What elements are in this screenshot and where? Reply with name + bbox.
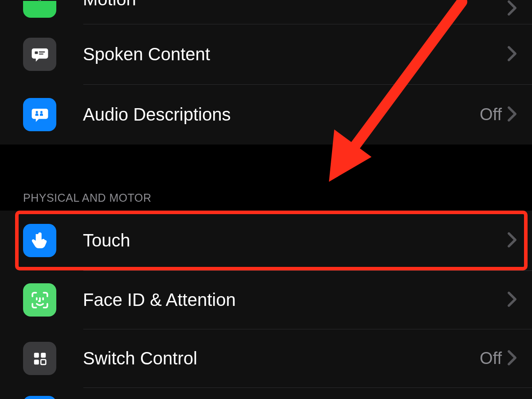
- svg-rect-12: [41, 360, 46, 364]
- svg-point-5: [35, 111, 38, 113]
- settings-label: Switch Control: [83, 348, 480, 368]
- svg-rect-9: [34, 352, 39, 357]
- settings-row-spoken-content[interactable]: Spoken Content: [0, 24, 532, 84]
- chevron-right-icon: [507, 350, 517, 368]
- settings-label: Touch: [83, 231, 507, 250]
- switch-control-icon: [23, 342, 56, 375]
- svg-rect-4: [39, 53, 43, 54]
- settings-row-touch[interactable]: Touch: [0, 211, 532, 270]
- settings-row-switch-control[interactable]: Switch Control Off: [0, 329, 532, 387]
- svg-rect-11: [34, 360, 39, 364]
- chevron-right-icon: [507, 46, 517, 63]
- settings-row-face-id[interactable]: Face ID & Attention: [0, 271, 532, 329]
- touch-icon: [23, 224, 56, 257]
- svg-rect-2: [35, 51, 38, 54]
- settings-group-1: Motion Spoken Content: [0, 0, 532, 145]
- settings-value: Off: [480, 349, 502, 368]
- settings-label: Spoken Content: [83, 44, 507, 64]
- face-id-icon: [23, 283, 56, 317]
- settings-icon-cropped: [23, 396, 56, 399]
- chevron-right-icon: [507, 232, 517, 250]
- settings-row-motion[interactable]: Motion: [0, 0, 532, 24]
- settings-label: Motion: [83, 0, 507, 8]
- accessibility-settings-list: Motion Spoken Content: [0, 0, 532, 399]
- motion-icon: [23, 1, 56, 18]
- settings-value: Off: [480, 105, 502, 124]
- svg-point-6: [40, 111, 42, 113]
- chevron-right-icon: [507, 291, 517, 309]
- chevron-right-icon: [507, 0, 517, 18]
- section-header-physical-motor: PHYSICAL AND MOTOR: [0, 184, 532, 211]
- settings-row-audio-descriptions[interactable]: Audio Descriptions Off: [0, 85, 532, 145]
- audio-descriptions-icon: [23, 98, 56, 131]
- svg-rect-10: [41, 352, 46, 357]
- settings-label: Audio Descriptions: [83, 105, 480, 125]
- svg-rect-3: [39, 51, 45, 52]
- settings-row-cropped[interactable]: [0, 388, 532, 399]
- spoken-content-icon: [23, 38, 56, 71]
- chevron-right-icon: [507, 106, 517, 124]
- settings-label: Face ID & Attention: [83, 290, 507, 310]
- settings-group-physical-motor: Touch Face ID & Attention: [0, 211, 532, 399]
- section-gap: [0, 145, 532, 184]
